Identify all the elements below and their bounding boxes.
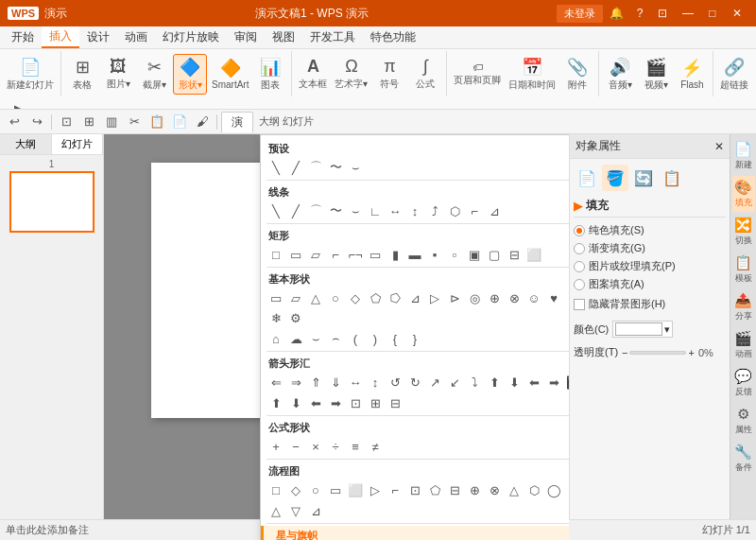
formula-shape[interactable]: + — [266, 437, 285, 456]
line-shape[interactable]: ↔ — [386, 201, 404, 220]
formula-shape[interactable]: − — [286, 437, 305, 456]
basic-shape[interactable]: ☺ — [524, 288, 543, 307]
arrow-shape[interactable]: ⬆ — [266, 393, 285, 412]
toolbar-datetime[interactable]: 📅 日期和时间 — [506, 55, 558, 94]
arrow-shape[interactable]: ⬇ — [505, 373, 524, 392]
basic-shape[interactable]: ( — [346, 329, 365, 348]
preset-shape[interactable]: ╲ — [266, 158, 285, 177]
basic-shape[interactable]: ☁ — [286, 329, 305, 348]
flow-shape[interactable]: ◇ — [286, 480, 305, 499]
arrow-shape[interactable]: ➡ — [326, 393, 345, 412]
arrow-shape[interactable]: ↺ — [386, 373, 404, 392]
line-shape[interactable]: ⊿ — [485, 201, 504, 220]
toolbar-action[interactable]: ▶ 动作 — [4, 98, 38, 110]
arrow-shape[interactable]: ↙ — [445, 373, 464, 392]
settings-icon[interactable]: ⊡ — [654, 7, 671, 20]
color-dropdown-arrow[interactable]: ▾ — [664, 323, 670, 336]
toolbar-attachment[interactable]: 📎 附件 — [560, 55, 594, 94]
right-icon-template[interactable]: 📋 — [659, 165, 685, 191]
flow-shape[interactable]: ⌐ — [386, 480, 404, 499]
line-shape[interactable]: ⌣ — [346, 201, 365, 220]
rect-shape[interactable]: ▪ — [425, 245, 444, 264]
paste-button[interactable]: 📄 — [169, 113, 190, 131]
line-shape[interactable]: ⤴ — [425, 201, 444, 220]
menu-item-dev[interactable]: 开发工具 — [302, 26, 363, 48]
line-shape[interactable]: ∟ — [366, 201, 385, 220]
rect-shape[interactable]: ▭ — [286, 245, 305, 264]
toolbar-textbox[interactable]: A 文本框 — [296, 55, 330, 93]
toolbar-symbol[interactable]: π 符号 — [372, 55, 406, 93]
sidebar-switch-btn[interactable]: 🔀 切换 — [732, 214, 755, 250]
toolbar-audio[interactable]: 🔊 音频▾ — [603, 55, 637, 94]
basic-shape[interactable]: ◎ — [465, 288, 484, 307]
basic-shape[interactable]: ⌢ — [326, 329, 345, 348]
toolbar-screenshot[interactable]: ✂ 截屏▾ — [137, 55, 171, 94]
arrow-shape[interactable]: ⬇ — [286, 393, 305, 412]
flow-shape[interactable]: ⊿ — [306, 501, 325, 520]
right-panel-close[interactable]: ✕ — [714, 140, 724, 153]
slides-tab[interactable]: 幻灯片 — [52, 134, 104, 154]
radio-picture[interactable] — [574, 261, 585, 272]
menu-item-view[interactable]: 视图 — [265, 26, 302, 48]
basic-shape[interactable]: ○ — [326, 288, 345, 307]
menu-item-animation[interactable]: 动画 — [117, 26, 155, 48]
basic-shape[interactable]: ❄ — [266, 308, 285, 327]
undo-button[interactable]: ↩ — [4, 113, 25, 131]
flow-shape[interactable]: ▷ — [366, 480, 385, 499]
arrow-shape[interactable]: ⬆ — [485, 373, 504, 392]
color-picker[interactable]: ▾ — [612, 321, 673, 338]
basic-shape[interactable]: ⌣ — [306, 329, 325, 348]
rect-shape[interactable]: ⌐¬ — [346, 245, 365, 264]
flow-shape[interactable]: ⬠ — [425, 480, 444, 499]
help-icon[interactable]: ? — [631, 7, 648, 20]
sidebar-spare-btn[interactable]: 🔧 备件 — [732, 441, 755, 477]
preset-shape[interactable]: 〜 — [326, 158, 345, 177]
preset-shape[interactable]: ╱ — [286, 158, 305, 177]
sub-btn-5[interactable]: ▥ — [101, 113, 122, 131]
line-shape[interactable]: ↕ — [405, 201, 424, 220]
slide-thumbnail-1[interactable] — [9, 171, 94, 233]
arrow-shape[interactable]: ⬅ — [524, 373, 543, 392]
menu-item-start[interactable]: 开始 — [4, 26, 42, 48]
flow-shape[interactable]: ⬡ — [524, 480, 543, 499]
rect-shape[interactable]: ⊟ — [505, 245, 524, 264]
basic-shape[interactable]: ⊿ — [405, 288, 424, 307]
basic-shape[interactable]: ⌂ — [266, 329, 285, 348]
notification-icon[interactable]: 🔔 — [609, 7, 626, 20]
basic-shape[interactable]: } — [405, 329, 424, 348]
basic-shape[interactable]: ◇ — [346, 288, 365, 307]
basic-shape[interactable]: ✦ — [564, 288, 569, 307]
sidebar-new-btn[interactable]: 📄 新建 — [732, 138, 755, 174]
menu-item-insert[interactable]: 插入 — [42, 26, 79, 48]
arrow-shape[interactable]: ⤵ — [465, 373, 484, 392]
radio-pattern[interactable] — [574, 279, 585, 290]
arrow-shape[interactable]: ➡ — [544, 373, 563, 392]
line-shape[interactable]: ╱ — [286, 201, 305, 220]
basic-shape[interactable]: ▱ — [286, 288, 305, 307]
menu-item-design[interactable]: 设计 — [79, 26, 117, 48]
toolbar-hyperlink[interactable]: 🔗 超链接 — [717, 55, 751, 94]
rect-shape[interactable]: ▭ — [366, 245, 385, 264]
fill-option-picture[interactable]: 图片或纹理填充(P) — [574, 257, 726, 275]
rect-shape[interactable]: □ — [266, 245, 285, 264]
cut-button[interactable]: ✂ — [124, 113, 145, 131]
arrow-shape[interactable]: ⊞ — [366, 393, 385, 412]
close-button[interactable]: ✕ — [726, 4, 748, 23]
arrow-shape[interactable]: ↗ — [425, 373, 444, 392]
flow-shape[interactable]: ⊕ — [465, 480, 484, 499]
sidebar-template-btn[interactable]: 📋 模板 — [732, 252, 755, 287]
sidebar-props-btn[interactable]: ⚙ 属性 — [732, 403, 755, 439]
preset-shape[interactable]: ⌣ — [346, 158, 365, 177]
toolbar-image[interactable]: 🖼 图片▾ — [101, 55, 135, 93]
flow-shape[interactable]: △ — [266, 501, 285, 520]
arrow-shape[interactable]: ↻ — [405, 373, 424, 392]
rect-shape[interactable]: ▬ — [405, 245, 424, 264]
toolbar-flash[interactable]: ⚡ Flash — [675, 56, 709, 92]
arrow-shape[interactable]: ↕ — [366, 373, 385, 392]
basic-shape[interactable]: △ — [306, 288, 325, 307]
rect-shape[interactable]: ▣ — [465, 245, 484, 264]
toolbar-smartart[interactable]: 🔶 SmartArt — [209, 56, 251, 92]
line-shape[interactable]: 〜 — [326, 201, 345, 220]
flow-shape[interactable]: □ — [266, 480, 285, 499]
arrow-shape[interactable]: ⬅ — [306, 393, 325, 412]
